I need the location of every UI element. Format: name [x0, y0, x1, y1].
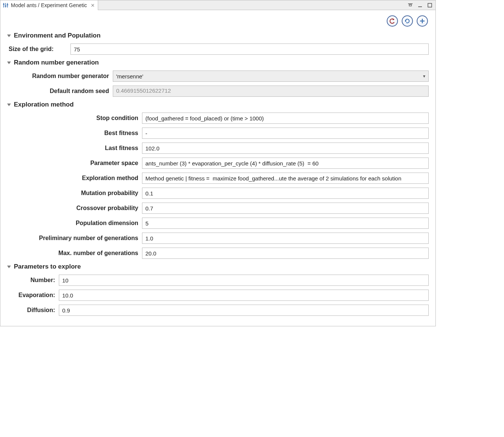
chevron-down-icon: [7, 104, 11, 106]
tab-title: Model ants / Experiment Genetic: [11, 2, 87, 8]
row-parameter-space: Parameter space: [7, 156, 429, 171]
chevron-down-icon: [7, 62, 11, 64]
input-preliminary-generations[interactable]: [142, 233, 429, 244]
label-parameter-space: Parameter space: [7, 160, 138, 167]
tab-experiment-genetic[interactable]: Model ants / Experiment Genetic ✕: [0, 0, 98, 10]
select-rng-generator[interactable]: 'mersenne' ▾: [113, 71, 429, 82]
select-value: 'mersenne': [116, 73, 143, 80]
row-param-evaporation: Evaporation:: [7, 288, 429, 303]
label-stop-condition: Stop condition: [7, 115, 138, 122]
label-param-evaporation: Evaporation:: [7, 292, 55, 299]
row-grid-size: Size of the grid:: [7, 42, 429, 57]
label-population-dimension: Population dimension: [7, 220, 138, 227]
svg-rect-1: [3, 4, 4, 5]
section-title: Random number generation: [14, 59, 99, 66]
row-param-number: Number:: [7, 273, 429, 288]
svg-rect-9: [428, 3, 432, 7]
label-rng-generator: Random number generator: [9, 73, 109, 80]
input-crossover-probability[interactable]: [142, 203, 429, 214]
undo-button[interactable]: [387, 15, 398, 27]
row-best-fitness: Best fitness: [7, 126, 429, 141]
close-icon[interactable]: ✕: [91, 3, 94, 8]
minimize-icon[interactable]: [417, 3, 423, 8]
chevron-down-icon: ▾: [423, 74, 425, 79]
label-best-fitness: Best fitness: [7, 130, 138, 137]
label-preliminary-generations: Preliminary number of generations: [7, 235, 138, 242]
experiment-panel: Model ants / Experiment Genetic ✕: [0, 0, 436, 326]
label-exploration-method: Exploration method: [7, 175, 138, 182]
refresh-button[interactable]: [402, 15, 413, 27]
label-crossover-probability: Crossover probability: [7, 205, 138, 212]
svg-marker-10: [393, 18, 395, 20]
readonly-rng-seed: 0.4669155012622712: [113, 86, 429, 97]
label-last-fitness: Last fitness: [7, 145, 138, 152]
collapse-icon[interactable]: [408, 3, 413, 8]
row-rng-generator: Random number generator 'mersenne' ▾: [7, 69, 429, 84]
row-preliminary-generations: Preliminary number of generations: [7, 231, 429, 246]
input-mutation-probability[interactable]: [142, 188, 429, 199]
input-param-evaporation[interactable]: [59, 290, 429, 301]
view-controls: [408, 0, 435, 10]
section-title: Exploration method: [14, 101, 74, 108]
svg-rect-3: [5, 6, 6, 6]
input-best-fitness[interactable]: [142, 128, 429, 139]
section-parameters-header[interactable]: Parameters to explore: [7, 261, 429, 273]
input-param-number[interactable]: [59, 275, 429, 286]
row-param-diffusion: Diffusion:: [7, 303, 429, 318]
row-crossover-probability: Crossover probability: [7, 201, 429, 216]
panel-content: Environment and Population Size of the g…: [0, 10, 435, 326]
add-button[interactable]: [417, 15, 428, 27]
input-grid-size[interactable]: [70, 44, 429, 55]
input-exploration-method[interactable]: [142, 173, 429, 184]
section-rng-header[interactable]: Random number generation: [7, 57, 429, 69]
label-grid-size: Size of the grid:: [9, 46, 67, 53]
row-rng-seed: Default random seed 0.4669155012622712: [7, 84, 429, 99]
section-environment-header[interactable]: Environment and Population: [7, 30, 429, 42]
section-title: Parameters to explore: [14, 263, 81, 270]
row-max-generations: Max. number of generations: [7, 246, 429, 261]
section-exploration-header[interactable]: Exploration method: [7, 99, 429, 111]
chevron-down-icon: [7, 266, 11, 268]
input-stop-condition[interactable]: [142, 113, 429, 124]
input-max-generations[interactable]: [142, 248, 429, 259]
panel-toolbar: [7, 14, 429, 30]
maximize-icon[interactable]: [427, 3, 432, 8]
input-last-fitness[interactable]: [142, 143, 429, 154]
sliders-icon: [3, 2, 9, 8]
row-exploration-method: Exploration method: [7, 171, 429, 186]
label-mutation-probability: Mutation probability: [7, 190, 138, 197]
svg-rect-7: [409, 5, 411, 6]
label-param-number: Number:: [7, 277, 55, 284]
section-title: Environment and Population: [14, 32, 100, 39]
input-population-dimension[interactable]: [142, 218, 429, 229]
label-max-generations: Max. number of generations: [7, 250, 138, 257]
label-rng-seed: Default random seed: [9, 88, 109, 95]
row-last-fitness: Last fitness: [7, 141, 429, 156]
tab-bar: Model ants / Experiment Genetic ✕: [0, 0, 435, 10]
svg-rect-5: [7, 5, 8, 5]
row-stop-condition: Stop condition: [7, 111, 429, 126]
row-population-dimension: Population dimension: [7, 216, 429, 231]
chevron-down-icon: [7, 35, 11, 37]
input-parameter-space[interactable]: [142, 158, 429, 169]
input-param-diffusion[interactable]: [59, 305, 429, 316]
label-param-diffusion: Diffusion:: [7, 307, 55, 314]
row-mutation-probability: Mutation probability: [7, 186, 429, 201]
